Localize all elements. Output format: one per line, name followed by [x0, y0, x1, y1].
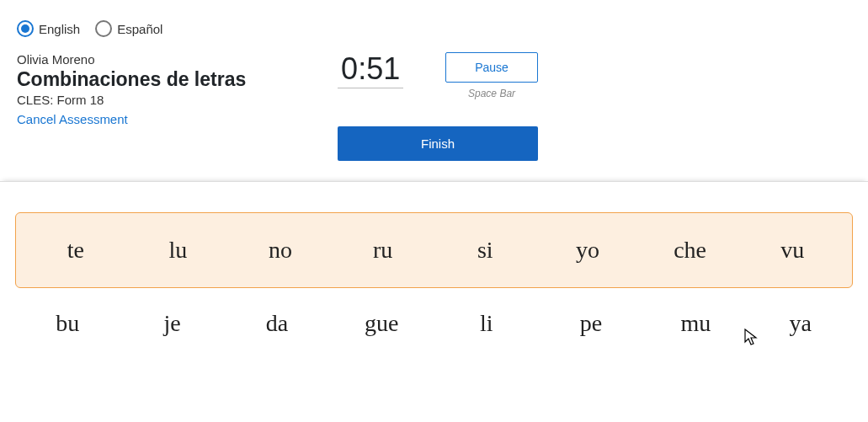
syllable-cell[interactable]: da — [225, 310, 329, 337]
pause-button[interactable]: Pause — [445, 52, 538, 83]
syllable-cell[interactable]: che — [639, 237, 742, 264]
radio-espanol[interactable]: Español — [95, 20, 162, 37]
assessment-info: Olivia Moreno Combinaciones de letras CL… — [17, 52, 320, 127]
syllable-cell[interactable]: gue — [329, 310, 434, 337]
syllable-cell[interactable]: te — [24, 237, 127, 264]
student-name: Olivia Moreno — [17, 52, 320, 67]
radio-icon — [17, 20, 34, 37]
syllable-cell[interactable]: je — [120, 310, 224, 337]
syllable-cell[interactable]: lu — [127, 237, 230, 264]
language-selector: English Español — [17, 20, 851, 37]
syllable-cell[interactable]: pe — [539, 310, 643, 337]
form-label: CLES: Form 18 — [17, 93, 320, 107]
syllable-cell[interactable]: ru — [332, 237, 434, 264]
radio-icon — [95, 20, 112, 37]
syllable-cell[interactable]: yo — [536, 237, 639, 264]
syllable-cell[interactable]: vu — [741, 237, 844, 264]
inactive-row: bu je da gue li pe mu ya — [15, 310, 853, 337]
finish-button[interactable]: Finish — [338, 126, 538, 161]
assessment-title: Combinaciones de letras — [17, 68, 320, 91]
syllable-cell[interactable]: mu — [643, 310, 748, 337]
syllable-area: te lu no ru si yo che vu bu je da gue li… — [0, 181, 868, 362]
radio-espanol-label: Español — [117, 22, 162, 36]
timer-display: 0:51 — [338, 52, 403, 88]
active-row[interactable]: te lu no ru si yo che vu — [15, 212, 853, 288]
radio-english[interactable]: English — [17, 20, 80, 37]
syllable-cell[interactable]: ya — [748, 310, 853, 337]
syllable-cell[interactable]: si — [434, 237, 537, 264]
radio-english-label: English — [39, 22, 80, 36]
syllable-cell[interactable]: li — [434, 310, 539, 337]
syllable-cell[interactable]: no — [229, 237, 332, 264]
syllable-cell[interactable]: bu — [15, 310, 120, 337]
spacebar-hint: Space Bar — [468, 88, 515, 99]
cancel-assessment-link[interactable]: Cancel Assessment — [17, 112, 128, 126]
